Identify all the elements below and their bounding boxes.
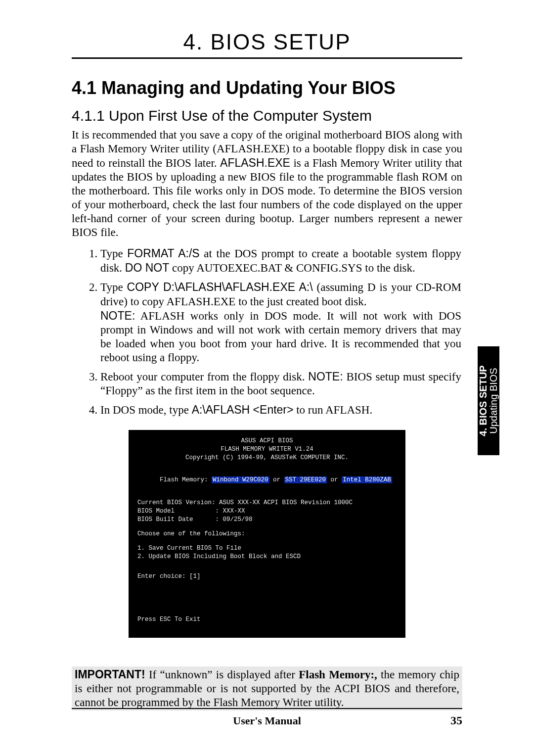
flash-chip: Winbond W29C020 xyxy=(212,476,269,483)
step-text: copy AUTOEXEC.BAT & CONFIG.SYS to the di… xyxy=(169,262,415,274)
flash-label: Flash Memory: xyxy=(160,476,212,483)
terminal-header: Copyright (C) 1994-99, ASUSTeK COMPUTER … xyxy=(137,454,397,462)
note-body: AFLASH works only in DOS mode. It will n… xyxy=(100,310,461,364)
terminal-bios-version: Current BIOS Version: ASUS XXX-XX ACPI B… xyxy=(137,499,397,507)
step-text: Type xyxy=(100,281,127,293)
terminal-header: ASUS ACPI BIOS xyxy=(137,437,397,445)
flash-or: or xyxy=(269,476,284,483)
terminal-screenshot: ASUS ACPI BIOS FLASH MEMORY WRITER V1.24… xyxy=(129,430,405,638)
thumb-tab-title: 4. BIOS SETUP xyxy=(478,365,489,436)
flash-chip: Intel B280ZAB xyxy=(342,476,392,483)
terminal-enter-choice: Enter choice: [1] xyxy=(137,572,397,581)
terminal-bios-model: BIOS Model : XXX-XX xyxy=(137,507,397,516)
terminal-option-1: 1. Save Current BIOS To File xyxy=(137,544,397,553)
chapter-rule xyxy=(72,57,462,59)
step-text: In DOS mode, type xyxy=(100,404,192,416)
page-footer: User's Manual 35 xyxy=(72,708,462,727)
step-text: Reboot your computer from the floppy dis… xyxy=(100,371,308,383)
intro-paragraph: It is recommended that you save a copy o… xyxy=(72,128,462,239)
note-label: NOTE: xyxy=(308,370,343,383)
step-command: FORMAT A:/S xyxy=(127,247,199,260)
chapter-title: 4. BIOS SETUP xyxy=(72,30,462,54)
terminal-choose-prompt: Choose one of the followings: xyxy=(137,530,397,538)
terminal-built-date: BIOS Built Date : 09/25/98 xyxy=(137,516,397,524)
step-text: Type xyxy=(100,247,127,260)
thumb-tab: 4. BIOS SETUP Updating BIOS xyxy=(478,346,499,455)
subsection-title: 4.1.1 Upon First Use of the Computer Sys… xyxy=(72,107,462,124)
do-not-label: DO NOT xyxy=(125,261,169,274)
important-label: IMPORTANT! xyxy=(75,668,145,681)
flash-or: or xyxy=(327,476,342,483)
terminal-flash-memory: Flash Memory: Winbond W29C020 or SST 29E… xyxy=(137,468,397,493)
terminal-esc-hint: Press ESC To Exit xyxy=(137,615,397,624)
terminal-option-2: 2. Update BIOS Including Boot Block and … xyxy=(137,553,397,561)
terminal-header: FLASH MEMORY WRITER V1.24 xyxy=(137,445,397,454)
thumb-tab-subtitle: Updating BIOS xyxy=(489,365,499,436)
note-label: NOTE: xyxy=(100,309,135,322)
footer-rule xyxy=(72,708,462,709)
important-text: If “unknown” is displayed after xyxy=(145,668,299,681)
footer-manual-label: User's Manual xyxy=(101,714,433,727)
step-1: Type FORMAT A:/S at the DOS prompt to cr… xyxy=(100,246,462,275)
step-command: A:\AFLASH <Enter> xyxy=(192,403,294,416)
step-command: COPY D:\AFLASH\AFLASH.EXE A:\ xyxy=(127,281,313,293)
flash-chip: SST 29EE020 xyxy=(284,476,327,483)
step-2: Type COPY D:\AFLASH\AFLASH.EXE A:\ (assu… xyxy=(100,280,462,364)
step-4: In DOS mode, type A:\AFLASH <Enter> to r… xyxy=(100,403,462,417)
step-text: to run AFLASH. xyxy=(293,404,372,416)
step-3: Reboot your computer from the floppy dis… xyxy=(100,370,462,398)
aflash-exe-label: AFLASH.EXE xyxy=(220,156,290,169)
steps-list: Type FORMAT A:/S at the DOS prompt to cr… xyxy=(72,246,462,417)
flash-memory-bold: Flash Memory:, xyxy=(299,668,377,681)
section-title: 4.1 Managing and Updating Your BIOS xyxy=(72,78,462,98)
page-number: 35 xyxy=(433,714,462,727)
important-note: IMPORTANT! If “unknown” is displayed aft… xyxy=(72,666,462,710)
